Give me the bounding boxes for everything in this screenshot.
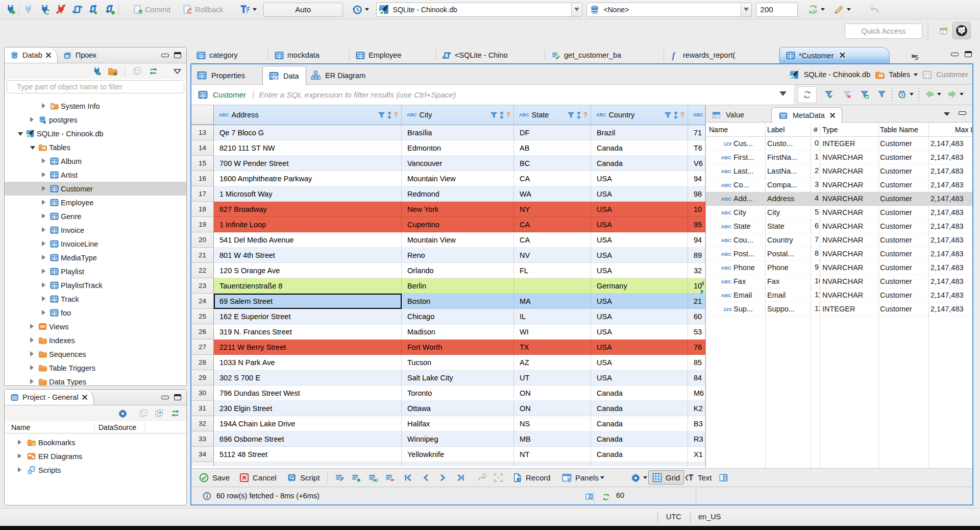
- tree-item-artist[interactable]: Artist: [5, 168, 186, 182]
- grid-cell[interactable]: 1033 N Park Ave: [214, 355, 402, 370]
- grid-cell[interactable]: 94: [688, 171, 705, 186]
- grid-cell[interactable]: Canada: [591, 447, 688, 462]
- grid-cell[interactable]: 8210 111 ST NW: [214, 140, 402, 156]
- meta-column-header-type[interactable]: Type: [822, 126, 838, 134]
- grid-cell[interactable]: Canada: [591, 156, 688, 171]
- grid-cell[interactable]: Tauentzienstraße 8: [214, 278, 402, 294]
- reconnect-icon[interactable]: [38, 4, 51, 16]
- close-icon[interactable]: [45, 52, 53, 59]
- expand-arrow-icon[interactable]: [30, 324, 34, 329]
- view-menu-icon[interactable]: [174, 69, 181, 74]
- previous-caret[interactable]: [937, 93, 941, 95]
- transaction-auto-combo[interactable]: Auto: [263, 3, 343, 17]
- record-button[interactable]: iRecord: [511, 469, 550, 487]
- sql-editor-icon[interactable]: [71, 4, 83, 16]
- collapse-arrow-icon[interactable]: [30, 146, 35, 150]
- timer-caret[interactable]: [910, 93, 914, 95]
- grid-cell[interactable]: 541 Del Medio Avenue: [214, 232, 402, 248]
- breadcrumb-table[interactable]: Customer: [921, 68, 968, 81]
- splitter-expand-icon[interactable]: [701, 289, 704, 294]
- meta-row-email[interactable]: ABCEmailEmail11NVARCHARCustomer2,147,483: [706, 288, 972, 302]
- focus-cell-button[interactable]: [492, 469, 504, 487]
- cancel-button[interactable]: Cancel: [238, 469, 277, 487]
- tree-item-views[interactable]: Views: [5, 320, 186, 333]
- grid-cell[interactable]: Canada: [591, 386, 688, 401]
- grid-cell[interactable]: 2211 W Berry Street: [214, 340, 402, 355]
- grid-cell[interactable]: AB: [514, 140, 591, 156]
- quick-access-input[interactable]: Quick Access: [845, 23, 922, 39]
- grid-cell[interactable]: NT: [514, 447, 591, 462]
- column-header-state[interactable]: ABCState?: [514, 105, 591, 125]
- tab-value[interactable]: Value: [710, 107, 744, 123]
- meta-row-lastna[interactable]: ABCLast...LastNa...2NVARCHARCustomer2,14…: [706, 164, 972, 178]
- breadcrumb-tables-caret[interactable]: [914, 74, 918, 76]
- tab-er-diagram[interactable]: ER Diagram: [309, 66, 365, 85]
- grid-cell[interactable]: 700 W Pender Street: [214, 156, 402, 171]
- grid-cell[interactable]: USA: [591, 294, 688, 309]
- collapse-all-icon[interactable]: [131, 65, 143, 78]
- grid-cell[interactable]: USA: [591, 217, 688, 232]
- grid-cell[interactable]: 696 Osborne Street: [214, 431, 402, 447]
- row-number[interactable]: 30: [191, 386, 214, 401]
- row-number[interactable]: 20: [191, 232, 214, 248]
- expand-arrow-icon[interactable]: [42, 282, 45, 287]
- column-filter-icon[interactable]: [490, 111, 498, 119]
- edit-row-button[interactable]: [333, 469, 346, 487]
- rollback-label[interactable]: Rollback: [195, 6, 224, 14]
- row-number[interactable]: 31: [191, 401, 214, 416]
- next-caret[interactable]: [960, 93, 964, 95]
- meta-column-header-label[interactable]: Label: [767, 126, 785, 134]
- grid-cell[interactable]: NY: [514, 202, 591, 217]
- tree-item-genre[interactable]: Genre: [5, 209, 186, 223]
- column-header-country[interactable]: ABCCountry?: [591, 105, 688, 125]
- expand-arrow-icon[interactable]: [42, 227, 45, 232]
- grid-cell[interactable]: Halifax: [402, 416, 514, 431]
- expand-arrow-icon[interactable]: [42, 186, 45, 191]
- grid-cell[interactable]: Cupertino: [402, 217, 514, 232]
- references-button[interactable]: [717, 469, 729, 487]
- grid-cell[interactable]: WI: [514, 324, 591, 340]
- goto-row-button[interactable]: [476, 469, 488, 487]
- open-sql-console-icon[interactable]: [87, 4, 100, 16]
- grid-cell[interactable]: UT: [514, 370, 591, 386]
- grid-cell[interactable]: DF: [514, 125, 591, 140]
- column-header-name[interactable]: Name: [5, 423, 94, 431]
- row-number[interactable]: 29: [191, 370, 214, 386]
- expand-arrow-icon[interactable]: [30, 117, 34, 122]
- grid-cell[interactable]: 89: [688, 248, 705, 263]
- tree-item-sequences[interactable]: Sequences: [5, 347, 186, 361]
- filter-save-preset-button[interactable]: [858, 88, 870, 100]
- row-number[interactable]: 17: [191, 186, 214, 202]
- tree-item-employee[interactable]: Employee: [5, 196, 186, 209]
- column-sort-icon[interactable]: [387, 111, 392, 119]
- splitter-collapse-icon[interactable]: [701, 281, 704, 286]
- breadcrumb-connection[interactable]: SQLite - Chinook.db: [789, 68, 871, 81]
- grid-cell[interactable]: Ottawa: [402, 401, 514, 416]
- transaction-mode-icon[interactable]: [239, 4, 251, 16]
- tree-item-invoice[interactable]: Invoice: [5, 223, 186, 237]
- minimize-icon[interactable]: [161, 396, 169, 399]
- tab-metadata[interactable]: MetaData: [771, 107, 842, 123]
- grid-cell[interactable]: 162 E Superior Street: [214, 309, 402, 324]
- fetch-next-button[interactable]: [946, 88, 964, 100]
- expand-arrow-icon[interactable]: [18, 453, 21, 459]
- filter-input[interactable]: Customer | Enter a SQL expression to fil…: [191, 85, 795, 105]
- grid-cell[interactable]: 627 Broadway: [214, 202, 402, 217]
- grid-cell[interactable]: 10: [688, 202, 705, 217]
- meta-row-address[interactable]: ABCAdd...Address4NVARCHARCustomer2,147,4…: [706, 192, 972, 206]
- project-item-bookmarks[interactable]: Bookmarks: [5, 436, 186, 449]
- text-toggle-button[interactable]: Text: [683, 469, 712, 487]
- commit-icon[interactable]: [132, 4, 144, 16]
- row-number[interactable]: 24: [191, 294, 214, 309]
- tab-database-navigator[interactable]: Datab: [5, 47, 58, 63]
- grid-cell[interactable]: 11: [688, 462, 705, 466]
- row-number[interactable]: 18: [191, 202, 214, 217]
- grid-cell[interactable]: 69 Salem Street: [214, 294, 402, 309]
- meta-row-state[interactable]: ABCStateState6NVARCHARCustomer2,147,483: [706, 220, 972, 233]
- row-number[interactable]: 35: [191, 462, 214, 466]
- next-row-button[interactable]: [436, 469, 449, 487]
- column-header-address[interactable]: ABCAddress?: [214, 105, 402, 125]
- grid-cell[interactable]: 1 Microsoft Way: [214, 186, 402, 202]
- editor-tab-category[interactable]: category: [190, 47, 268, 63]
- grid-cell[interactable]: Germany: [591, 278, 688, 294]
